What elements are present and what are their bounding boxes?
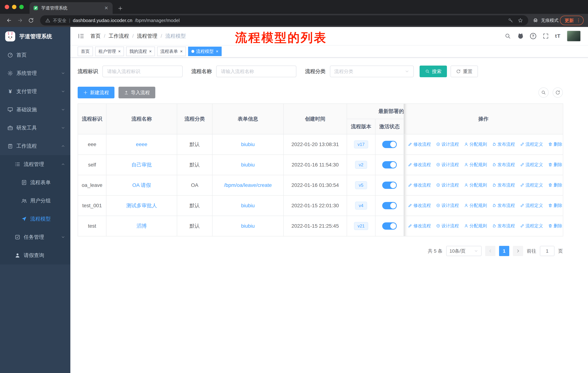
tag-my-process[interactable]: 我的流程 × xyxy=(126,47,155,56)
design-process-link[interactable]: 设计流程 xyxy=(436,202,459,208)
process-name-link[interactable]: OA 请假 xyxy=(132,182,151,188)
search-icon[interactable] xyxy=(504,33,511,39)
tag-process-form[interactable]: 流程表单 × xyxy=(157,47,186,56)
sidebar-item-process-model[interactable]: 流程模型 xyxy=(0,210,70,228)
sidebar-item-process-management[interactable]: 流程管理 xyxy=(0,155,70,173)
breadcrumb-workflow[interactable]: 工作流程 xyxy=(109,33,129,40)
form-info-link[interactable]: biubiu xyxy=(241,141,255,147)
search-button[interactable]: 搜索 xyxy=(420,66,447,77)
delete-link[interactable]: 删除 xyxy=(548,162,562,168)
close-icon[interactable]: × xyxy=(118,49,121,54)
sidebar-item-system[interactable]: 系统管理 xyxy=(0,64,70,82)
tag-process-model[interactable]: 流程模型 × xyxy=(188,47,222,56)
process-definition-link[interactable]: 流程定义 xyxy=(520,223,543,229)
close-tab-icon[interactable]: ✕ xyxy=(104,5,109,11)
active-toggle[interactable] xyxy=(382,161,397,169)
avatar[interactable] xyxy=(567,30,581,41)
active-toggle[interactable] xyxy=(382,181,397,189)
publish-process-link[interactable]: 发布流程 xyxy=(492,162,515,168)
close-icon[interactable]: × xyxy=(216,49,218,54)
sidebar-item-devtools[interactable]: 研发工具 xyxy=(0,119,70,137)
close-window-button[interactable] xyxy=(5,5,9,9)
edit-process-link[interactable]: 修改流程 xyxy=(408,141,431,147)
tag-home[interactable]: 首页 xyxy=(78,47,93,56)
delete-link[interactable]: 删除 xyxy=(548,223,562,229)
process-definition-link[interactable]: 流程定义 xyxy=(520,162,543,168)
forward-button[interactable] xyxy=(15,16,25,25)
edit-process-link[interactable]: 修改流程 xyxy=(408,162,431,168)
design-process-link[interactable]: 设计流程 xyxy=(436,182,459,188)
active-toggle[interactable] xyxy=(382,141,397,148)
sidebar-item-workflow[interactable]: 工作流程 xyxy=(0,137,70,155)
active-toggle[interactable] xyxy=(382,202,397,209)
back-button[interactable] xyxy=(4,16,14,25)
minimize-window-button[interactable] xyxy=(12,5,16,9)
sidebar-item-task-management[interactable]: 任务管理 xyxy=(0,228,70,246)
sidebar-item-home[interactable]: 首页 xyxy=(0,46,70,64)
bookmark-star-icon[interactable] xyxy=(518,18,523,23)
collapse-sidebar-icon[interactable] xyxy=(78,33,84,40)
form-info-link[interactable]: /bpm/oa/leave/create xyxy=(224,182,272,188)
sidebar-item-process-form[interactable]: 流程表单 xyxy=(0,173,70,192)
edit-process-link[interactable]: 修改流程 xyxy=(408,202,431,208)
close-icon[interactable]: × xyxy=(149,49,152,54)
close-icon[interactable]: × xyxy=(180,49,183,54)
browser-tab[interactable]: 芋道管理系统 ✕ xyxy=(30,2,113,14)
form-info-link[interactable]: biubiu xyxy=(241,203,255,208)
assign-rule-link[interactable]: 分配规则 xyxy=(464,162,487,168)
publish-process-link[interactable]: 发布流程 xyxy=(492,182,515,188)
tag-tenant[interactable]: 租户管理 × xyxy=(95,47,124,56)
page-size-select[interactable]: 10条/页 xyxy=(446,246,482,256)
form-info-link[interactable]: biubiu xyxy=(241,162,255,168)
password-key-icon[interactable] xyxy=(508,18,513,23)
edit-process-link[interactable]: 修改流程 xyxy=(408,182,431,188)
delete-link[interactable]: 删除 xyxy=(548,141,562,147)
process-name-link[interactable]: 滔博 xyxy=(136,223,147,229)
process-id-input[interactable] xyxy=(102,66,183,77)
process-definition-link[interactable]: 流程定义 xyxy=(520,141,543,147)
process-name-link[interactable]: 测试多审批人 xyxy=(126,203,157,208)
refresh-table-button[interactable] xyxy=(553,87,563,98)
process-name-input[interactable] xyxy=(216,66,296,77)
kebab-menu-icon[interactable] xyxy=(576,18,581,23)
publish-process-link[interactable]: 发布流程 xyxy=(492,202,515,208)
new-tab-button[interactable] xyxy=(118,6,123,11)
font-size-icon[interactable]: tT xyxy=(555,33,561,39)
help-icon[interactable]: ? xyxy=(530,33,536,39)
sidebar-item-infrastructure[interactable]: 基础设施 xyxy=(0,101,70,119)
address-bar[interactable]: 不安全 | dashboard.yudao.iocoder.cn/bpm/man… xyxy=(40,15,528,26)
assign-rule-link[interactable]: 分配规则 xyxy=(464,202,487,208)
process-definition-link[interactable]: 流程定义 xyxy=(520,182,543,188)
sidebar-item-user-group[interactable]: 用户分组 xyxy=(0,192,70,210)
zoom-window-button[interactable] xyxy=(19,5,24,9)
sidebar-item-leave-query[interactable]: 请假查询 xyxy=(0,246,70,264)
process-name-link[interactable]: 自己审批 xyxy=(131,162,152,168)
process-definition-link[interactable]: 流程定义 xyxy=(520,202,543,208)
breadcrumb-home[interactable]: 首页 xyxy=(90,33,101,40)
assign-rule-link[interactable]: 分配规则 xyxy=(464,182,487,188)
browser-update-button[interactable]: 更新 xyxy=(560,16,584,25)
design-process-link[interactable]: 设计流程 xyxy=(436,162,459,168)
import-process-button[interactable]: 导入流程 xyxy=(118,87,155,98)
form-info-link[interactable]: biubiu xyxy=(241,223,255,229)
process-category-select[interactable]: 流程分类 xyxy=(330,66,414,77)
delete-link[interactable]: 删除 xyxy=(548,202,562,208)
assign-rule-link[interactable]: 分配规则 xyxy=(464,141,487,147)
design-process-link[interactable]: 设计流程 xyxy=(436,223,459,229)
reload-button[interactable] xyxy=(26,16,36,25)
active-toggle[interactable] xyxy=(382,222,397,230)
publish-process-link[interactable]: 发布流程 xyxy=(492,223,515,229)
next-page-button[interactable] xyxy=(513,246,523,256)
delete-link[interactable]: 删除 xyxy=(548,182,562,188)
sidebar-item-payment[interactable]: ¥ 支付管理 xyxy=(0,82,70,101)
design-process-link[interactable]: 设计流程 xyxy=(436,141,459,147)
edit-process-link[interactable]: 修改流程 xyxy=(408,223,431,229)
reset-button[interactable]: 重置 xyxy=(451,66,478,77)
toggle-search-button[interactable] xyxy=(538,87,549,98)
assign-rule-link[interactable]: 分配规则 xyxy=(464,223,487,229)
fullscreen-icon[interactable] xyxy=(542,33,549,39)
prev-page-button[interactable] xyxy=(485,246,495,256)
create-process-button[interactable]: 新建流程 xyxy=(78,87,115,98)
breadcrumb-process-management[interactable]: 流程管理 xyxy=(137,33,158,40)
github-icon[interactable] xyxy=(517,33,524,39)
